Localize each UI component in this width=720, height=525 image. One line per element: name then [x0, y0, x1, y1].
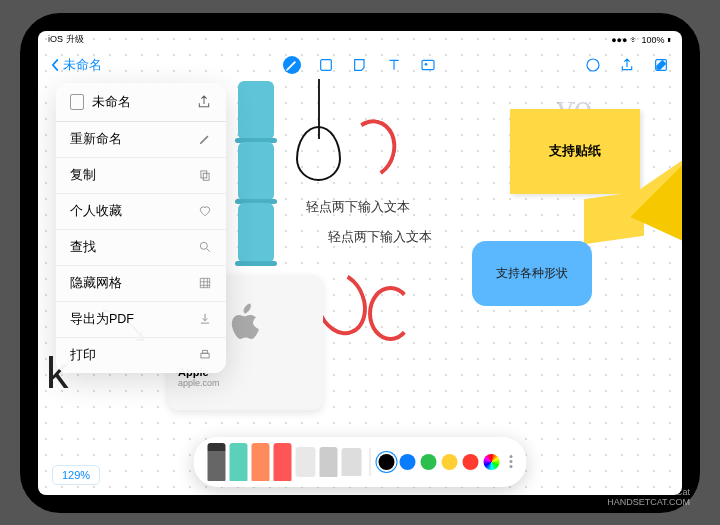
- svg-rect-5: [201, 171, 207, 178]
- menu-item-export-pdf[interactable]: 导出为PDF: [56, 302, 226, 338]
- tool-palette: [194, 437, 527, 487]
- color-swatch-blue[interactable]: [400, 454, 416, 470]
- document-icon: [70, 94, 84, 110]
- menu-item-print[interactable]: 打印: [56, 338, 226, 373]
- svg-rect-6: [203, 173, 209, 180]
- heart-icon: [198, 204, 212, 218]
- card-url: apple.com: [178, 378, 313, 388]
- svg-point-3: [587, 59, 599, 71]
- menu-item-find[interactable]: 查找: [56, 230, 226, 266]
- color-swatches: [379, 454, 500, 470]
- svg-point-2: [425, 63, 428, 66]
- ink-loop[interactable]: [296, 126, 341, 181]
- context-menu: 未命名 重新命名 复制 个人收藏 查找 隐藏网格 导出为PDF 打印: [56, 83, 226, 373]
- divider: [370, 448, 371, 476]
- crayon-tool[interactable]: [274, 443, 292, 481]
- lasso-tool[interactable]: [320, 447, 338, 477]
- menu-label: 个人收藏: [70, 203, 122, 220]
- zoom-value: 129%: [62, 469, 90, 481]
- svg-rect-8: [201, 353, 209, 358]
- more-button[interactable]: [510, 455, 513, 468]
- red-scribble[interactable]: [339, 113, 403, 184]
- color-swatch-yellow[interactable]: [442, 454, 458, 470]
- battery-pct: 100%: [641, 35, 664, 45]
- menu-label: 查找: [70, 239, 96, 256]
- export-icon: [198, 312, 212, 326]
- color-swatch-red[interactable]: [463, 454, 479, 470]
- status-bar: iOS 升级 ●●● ᯤ 100% ▮: [38, 31, 682, 49]
- copy-icon: [198, 168, 212, 182]
- marker-tool[interactable]: [230, 443, 248, 481]
- back-button[interactable]: 未命名: [50, 56, 102, 74]
- menu-item-rename[interactable]: 重新命名: [56, 122, 226, 158]
- sticky-label: 支持贴纸: [549, 143, 601, 160]
- center-toolbar: [283, 56, 437, 74]
- menu-item-hide-grid[interactable]: 隐藏网格: [56, 266, 226, 302]
- chevron-left-icon: [50, 58, 60, 72]
- eraser-tool[interactable]: [296, 447, 316, 477]
- menu-label: 打印: [70, 347, 96, 364]
- status-right: ●●● ᯤ 100% ▮: [611, 35, 672, 45]
- share-button[interactable]: [618, 56, 636, 74]
- back-label: 未命名: [63, 56, 102, 74]
- media-tool-button[interactable]: [419, 56, 437, 74]
- text-placeholder[interactable]: 轻点两下输入文本: [328, 229, 432, 246]
- ruler-tool[interactable]: [342, 448, 362, 476]
- status-left: iOS 升级: [48, 33, 84, 46]
- emoji-button[interactable]: [584, 56, 602, 74]
- sticky-note[interactable]: 支持贴纸: [510, 109, 640, 194]
- menu-label: 导出为PDF: [70, 311, 134, 328]
- menu-label: 隐藏网格: [70, 275, 122, 292]
- compose-button[interactable]: [652, 56, 670, 74]
- svg-rect-9: [203, 350, 208, 353]
- text-placeholder[interactable]: 轻点两下输入文本: [306, 199, 410, 216]
- battery-icon: ▮: [667, 35, 672, 45]
- ipad-frame: iOS 升级 ●●● ᯤ 100% ▮ 未命名 未命名 重新命名: [20, 13, 700, 513]
- color-swatch-black[interactable]: [379, 454, 395, 470]
- wifi-icon: ●●● ᯤ: [611, 35, 639, 45]
- pen-tool[interactable]: [208, 443, 226, 481]
- rounded-shape[interactable]: 支持各种形状: [472, 241, 592, 306]
- shape-label: 支持各种形状: [496, 265, 568, 282]
- watermark-line: HANDSETCAT.COM: [607, 497, 690, 507]
- grid-icon: [198, 276, 212, 290]
- red-scribble[interactable]: [368, 286, 413, 341]
- svg-point-7: [200, 242, 207, 249]
- search-icon: [198, 240, 212, 254]
- shapes-tool-button[interactable]: [317, 56, 335, 74]
- menu-label: 重新命名: [70, 131, 122, 148]
- color-swatch-green[interactable]: [421, 454, 437, 470]
- svg-rect-1: [422, 60, 434, 69]
- menu-label: 复制: [70, 167, 96, 184]
- pencil-tool[interactable]: [252, 443, 270, 481]
- share-icon[interactable]: [196, 94, 212, 110]
- right-toolbar: [584, 56, 670, 74]
- svg-rect-0: [321, 59, 332, 70]
- bamboo-drawing[interactable]: [238, 81, 274, 261]
- menu-item-favorite[interactable]: 个人收藏: [56, 194, 226, 230]
- pencil-icon: [198, 132, 212, 146]
- menu-item-copy[interactable]: 复制: [56, 158, 226, 194]
- menu-title: 未命名: [92, 93, 131, 111]
- print-icon: [198, 348, 212, 362]
- text-tool-button[interactable]: [385, 56, 403, 74]
- sticky-tool-button[interactable]: [351, 56, 369, 74]
- pen-tool-button[interactable]: [283, 56, 301, 74]
- screen: iOS 升级 ●●● ᯤ 100% ▮ 未命名 未命名 重新命名: [38, 31, 682, 495]
- color-picker-button[interactable]: [484, 454, 500, 470]
- navbar: 未命名: [38, 49, 682, 81]
- menu-header: 未命名: [56, 83, 226, 122]
- zoom-indicator[interactable]: 129%: [52, 465, 100, 485]
